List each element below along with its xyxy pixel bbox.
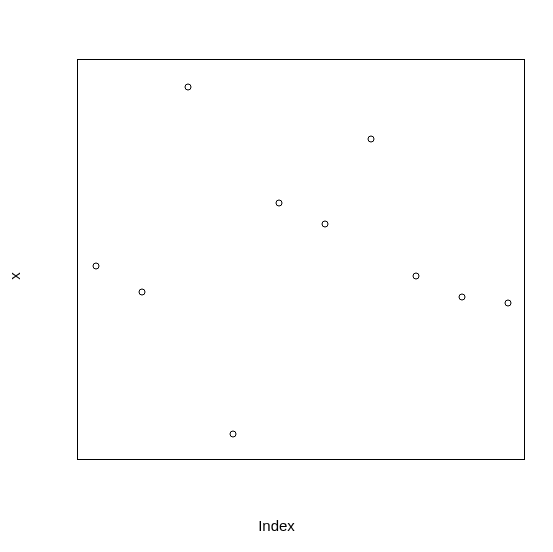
data-point (276, 199, 283, 206)
chart-figure: Index x (0, 0, 553, 552)
data-point (413, 273, 420, 280)
data-point (321, 220, 328, 227)
data-point (230, 431, 237, 438)
plot-area (77, 59, 525, 460)
data-point (138, 289, 145, 296)
y-axis-label: x (6, 272, 23, 280)
data-point (367, 136, 374, 143)
data-point (92, 262, 99, 269)
data-point (184, 83, 191, 90)
data-point (505, 299, 512, 306)
data-point (459, 294, 466, 301)
x-axis-label: Index (258, 517, 295, 534)
